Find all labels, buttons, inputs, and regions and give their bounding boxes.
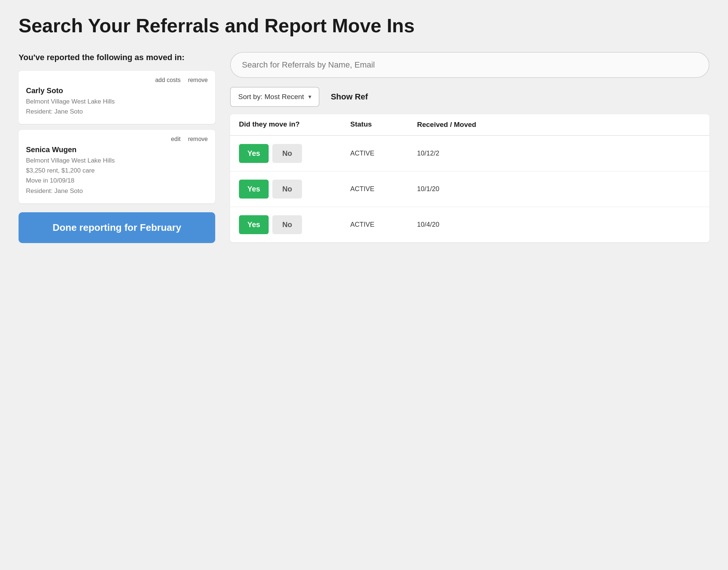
- done-reporting-button[interactable]: Done reporting for February: [19, 212, 215, 243]
- header-move-in: Did they move in?: [239, 120, 350, 130]
- sort-row: Sort by: Most Recent ▾ Show Ref: [230, 87, 709, 107]
- remove-button-senica[interactable]: remove: [188, 136, 208, 142]
- card-name-senica: Senica Wugen: [26, 145, 208, 154]
- page-title: Search Your Referrals and Report Move In…: [19, 15, 709, 37]
- date-1: 10/1/20: [417, 185, 491, 193]
- card-actions: add costs remove: [26, 77, 208, 83]
- move-in-buttons-0: Yes No: [239, 144, 350, 163]
- header-received-moved: Received / Moved: [417, 120, 491, 130]
- move-in-buttons-2: Yes No: [239, 215, 350, 234]
- card-resident-carly: Resident: Jane Soto: [26, 107, 208, 117]
- chevron-down-icon: ▾: [308, 93, 311, 100]
- card-resident-senica: Resident: Jane Soto: [26, 186, 208, 196]
- main-layout: You've reported the following as moved i…: [19, 52, 709, 243]
- sort-label: Sort by: Most Recent: [238, 93, 304, 101]
- card-rent-care-senica: $3,250 rent, $1,200 care: [26, 166, 208, 176]
- add-costs-button[interactable]: add costs: [155, 77, 180, 83]
- card-facility-senica: Belmont Village West Lake Hills: [26, 155, 208, 166]
- date-0: 10/12/2: [417, 150, 491, 157]
- right-panel: Sort by: Most Recent ▾ Show Ref Did they…: [230, 52, 709, 243]
- date-2: 10/4/20: [417, 221, 491, 229]
- referrals-table: Did they move in? Status Received / Move…: [230, 114, 709, 243]
- status-0: ACTIVE: [350, 150, 417, 157]
- yes-button-1[interactable]: Yes: [239, 180, 269, 199]
- sort-dropdown[interactable]: Sort by: Most Recent ▾: [230, 87, 319, 107]
- card-facility-carly: Belmont Village West Lake Hills: [26, 96, 208, 107]
- card-name-carly: Carly Soto: [26, 86, 208, 95]
- show-ref-label: Show Ref: [331, 92, 368, 102]
- table-row: Yes No ACTIVE 10/12/2: [230, 136, 709, 171]
- status-1: ACTIVE: [350, 185, 417, 193]
- table-row: Yes No ACTIVE 10/4/20: [230, 207, 709, 242]
- status-2: ACTIVE: [350, 221, 417, 229]
- table-row: Yes No ACTIVE 10/1/20: [230, 171, 709, 207]
- no-button-2[interactable]: No: [272, 215, 302, 234]
- header-status: Status: [350, 120, 417, 130]
- referral-card-carly-soto: add costs remove Carly Soto Belmont Vill…: [19, 71, 215, 124]
- no-button-0[interactable]: No: [272, 144, 302, 163]
- referral-card-senica-wugen: edit remove Senica Wugen Belmont Village…: [19, 130, 215, 203]
- no-button-1[interactable]: No: [272, 180, 302, 199]
- remove-button-carly[interactable]: remove: [188, 77, 208, 83]
- card-move-in-senica: Move in 10/09/18: [26, 176, 208, 186]
- edit-button-senica[interactable]: edit: [171, 136, 181, 142]
- reported-label: You've reported the following as moved i…: [19, 52, 215, 63]
- move-in-buttons-1: Yes No: [239, 180, 350, 199]
- search-input[interactable]: [230, 52, 709, 78]
- table-header: Did they move in? Status Received / Move…: [230, 114, 709, 136]
- yes-button-0[interactable]: Yes: [239, 144, 269, 163]
- yes-button-2[interactable]: Yes: [239, 215, 269, 234]
- card-actions-senica: edit remove: [26, 136, 208, 142]
- left-panel: You've reported the following as moved i…: [19, 52, 215, 243]
